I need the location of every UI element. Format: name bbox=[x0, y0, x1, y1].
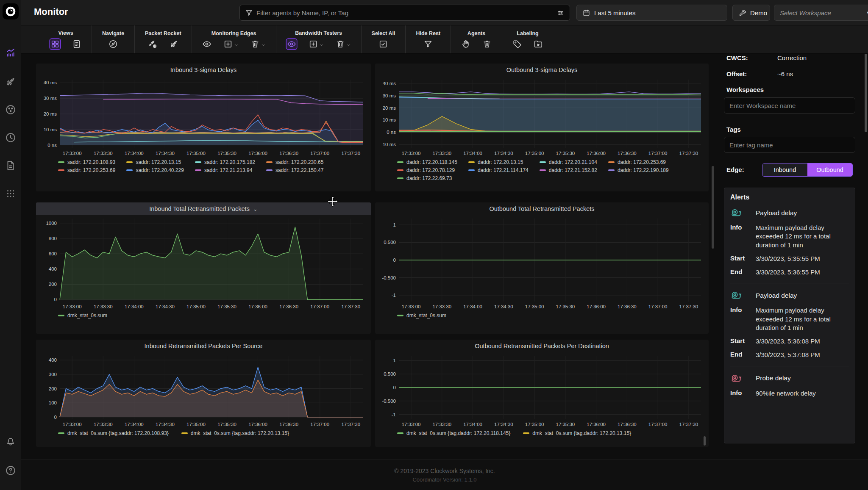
svg-text:17:35:00: 17:35:00 bbox=[186, 151, 206, 156]
chevron-down-icon bbox=[319, 42, 324, 46]
toolbar-group-select-all: Select All bbox=[361, 25, 406, 53]
tag-name-input[interactable] bbox=[724, 137, 855, 153]
add-square-button[interactable] bbox=[223, 39, 239, 49]
chevron-down-icon[interactable]: ⌄ bbox=[253, 206, 258, 212]
svg-text:0.500: 0.500 bbox=[384, 240, 396, 245]
divider bbox=[730, 366, 849, 366]
legend-item[interactable]: daddr: 172.22.69.73 bbox=[397, 175, 457, 181]
add-square-button[interactable] bbox=[309, 39, 324, 49]
legend-swatch bbox=[58, 432, 64, 434]
rocket-globe-button[interactable] bbox=[148, 39, 157, 49]
edge-outbound-button[interactable]: Outbound bbox=[807, 163, 852, 176]
legend-item[interactable]: daddr: 172.20.13.15 bbox=[468, 159, 529, 165]
clock-icon[interactable] bbox=[5, 132, 16, 143]
rocket-button[interactable] bbox=[169, 39, 178, 49]
trash-button[interactable] bbox=[336, 39, 351, 49]
svg-text:800: 800 bbox=[49, 236, 57, 241]
svg-text:17:37:30: 17:37:30 bbox=[341, 304, 360, 309]
legend-scrollbar[interactable] bbox=[704, 436, 706, 446]
workspace-name-input[interactable] bbox=[724, 97, 855, 114]
funnel-button[interactable] bbox=[423, 39, 433, 49]
trash-button[interactable] bbox=[482, 39, 492, 49]
toolbar-group-label: Agents bbox=[467, 30, 485, 36]
report-view-button[interactable] bbox=[72, 39, 81, 49]
legend-item[interactable]: saddr: 172.21.213.94 bbox=[195, 167, 255, 173]
select-all-button[interactable] bbox=[378, 39, 388, 49]
legend-item[interactable]: dmk_stat_0s.sum {tag.saddr: 172.20.13.15… bbox=[181, 430, 289, 436]
svg-text:17:37:30: 17:37:30 bbox=[679, 422, 698, 427]
legend-item[interactable]: daddr: 172.20.118.145 bbox=[397, 159, 457, 165]
legend-item[interactable]: daddr: 172.20.21.104 bbox=[540, 159, 597, 165]
svg-text:0: 0 bbox=[54, 297, 57, 302]
legend-item[interactable]: saddr: 172.20.40.229 bbox=[126, 167, 184, 173]
svg-text:17:33:00: 17:33:00 bbox=[63, 304, 82, 309]
wrench-icon bbox=[738, 9, 746, 17]
eye-button[interactable] bbox=[202, 39, 211, 49]
compass-button[interactable] bbox=[108, 39, 118, 49]
legend-item[interactable]: saddr: 172.20.13.15 bbox=[126, 159, 184, 165]
legend-item[interactable]: saddr: 172.20.230.65 bbox=[266, 159, 323, 165]
svg-text:17:35:30: 17:35:30 bbox=[556, 422, 575, 427]
chart-title[interactable]: Outbound Retransmitted Packets Per Desti… bbox=[375, 340, 709, 352]
demo-button[interactable]: Demo bbox=[732, 5, 770, 21]
adjustments-icon[interactable] bbox=[556, 9, 565, 17]
alert-info-label: Info bbox=[730, 306, 753, 332]
chart-title[interactable]: Outbound Total Retransmitted Packets bbox=[375, 202, 709, 215]
svg-text:17:36:00: 17:36:00 bbox=[587, 304, 606, 309]
time-range-button[interactable]: Last 5 minutes bbox=[576, 5, 727, 21]
legend-item[interactable]: saddr: 172.20.253.69 bbox=[58, 167, 115, 173]
legend-item[interactable]: daddr: 172.20.78.129 bbox=[397, 167, 457, 173]
svg-text:300: 300 bbox=[49, 372, 57, 377]
alert-title: Probe delay bbox=[756, 374, 849, 382]
legend-item[interactable]: daddr: 172.22.190.189 bbox=[608, 167, 669, 173]
offset-label: Offset: bbox=[726, 70, 747, 78]
document-icon[interactable] bbox=[5, 160, 16, 171]
toolbar-group-label: Hide Rest bbox=[416, 30, 440, 36]
eye-button[interactable] bbox=[287, 39, 297, 49]
legend-item[interactable]: saddr: 172.20.175.182 bbox=[195, 159, 255, 165]
hand-button[interactable] bbox=[461, 39, 470, 49]
legend-item[interactable]: dmk_stat_0s.sum {tag.daddr: 172.20.13.15… bbox=[523, 430, 631, 436]
tag-button[interactable] bbox=[512, 39, 522, 49]
agent-filter[interactable] bbox=[239, 5, 570, 21]
folder-button[interactable] bbox=[534, 39, 543, 49]
workspace-select[interactable]: Select Workspace ▼ bbox=[774, 5, 868, 21]
legend-item[interactable]: dmk_stat_0s.sum bbox=[397, 313, 446, 318]
charts-icon[interactable] bbox=[5, 47, 16, 58]
legend-item[interactable]: saddr: 172.20.108.93 bbox=[58, 159, 115, 165]
apps-grid-icon[interactable] bbox=[5, 188, 16, 199]
bell-icon[interactable] bbox=[5, 435, 16, 446]
legend-swatch bbox=[523, 432, 529, 434]
svg-text:17:35:00: 17:35:00 bbox=[186, 304, 206, 309]
legend-item[interactable]: saddr: 172.22.150.47 bbox=[266, 167, 323, 173]
help-icon[interactable] bbox=[5, 465, 16, 476]
clockwork-logo-icon[interactable] bbox=[3, 3, 19, 19]
legend-item[interactable]: dmk_stat_0s.sum {tag.saddr: 172.20.108.9… bbox=[58, 430, 169, 436]
legend-label: daddr: 172.20.118.145 bbox=[406, 159, 457, 165]
svg-text:17:37:00: 17:37:00 bbox=[310, 151, 329, 156]
grid-view-button[interactable] bbox=[50, 39, 60, 49]
version-text: Coordinator Version: 1.1.0 bbox=[21, 476, 868, 483]
legend-item[interactable]: daddr: 172.21.152.82 bbox=[540, 167, 597, 173]
alert-title: Payload delay bbox=[756, 292, 849, 299]
edge-inbound-button[interactable]: Inbound bbox=[762, 163, 807, 176]
chart-title[interactable]: Outbound 3-sigma Delays bbox=[375, 64, 709, 76]
charts-scrollbar[interactable] bbox=[712, 166, 714, 249]
network-icon[interactable] bbox=[5, 104, 16, 115]
legend-label: daddr: 172.21.152.82 bbox=[549, 167, 597, 173]
legend-item[interactable]: dmk_stat_0s.sum bbox=[58, 313, 107, 318]
rocket-globe-icon bbox=[148, 39, 157, 49]
chart-title[interactable]: Inbound Total Retransmitted Packets⌄ bbox=[36, 202, 371, 215]
legend-item[interactable]: daddr: 172.21.114.174 bbox=[468, 167, 529, 173]
legend-item[interactable]: daddr: 172.20.253.69 bbox=[608, 159, 669, 165]
chart-title[interactable]: Inbound 3-sigma Delays bbox=[36, 64, 371, 76]
chart-title[interactable]: Inbound Retransmitted Packets Per Source bbox=[36, 340, 371, 352]
toolbar-group-hide-rest: Hide Rest bbox=[405, 25, 451, 53]
svg-text:17:37:30: 17:37:30 bbox=[679, 304, 698, 309]
filter-agents-input[interactable] bbox=[256, 9, 553, 17]
legend-item[interactable]: dmk_stat_0s.sum {tag.daddr: 172.20.118.1… bbox=[397, 430, 510, 436]
legend-swatch bbox=[397, 169, 403, 171]
move-cursor-icon bbox=[326, 196, 339, 208]
rocket-icon[interactable] bbox=[5, 76, 16, 87]
trash-button[interactable] bbox=[250, 39, 266, 49]
